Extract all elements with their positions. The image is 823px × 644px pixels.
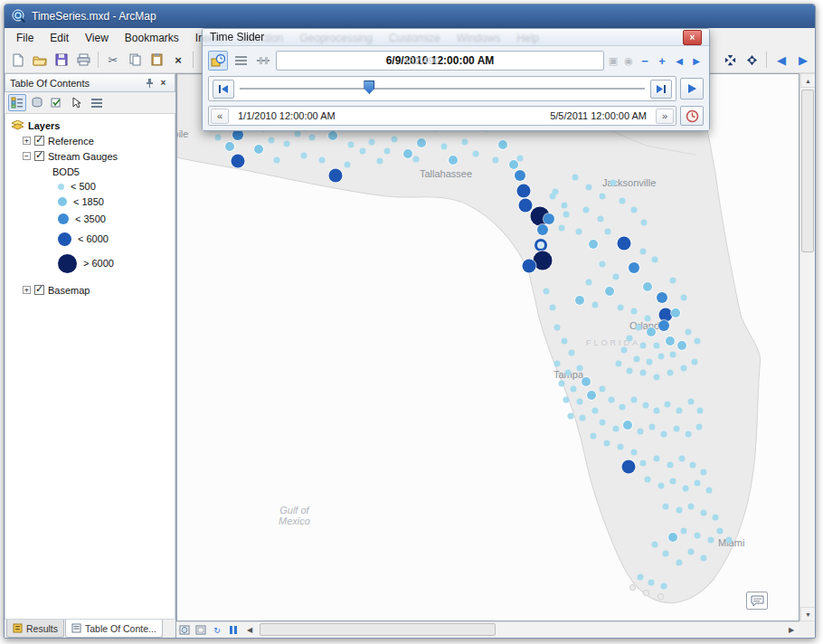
time-slider-thumb[interactable] — [364, 80, 374, 94]
time-slider-track[interactable] — [240, 80, 645, 98]
expand-icon[interactable] — [23, 137, 31, 145]
gauge-dot — [563, 212, 570, 218]
tab-table-of-contents[interactable]: Table Of Conte... — [65, 620, 163, 638]
current-time-field[interactable]: 452,490 6/9/2010 12:00:00 AM — [276, 51, 604, 71]
gauge-dot — [274, 157, 280, 164]
layer-field-label: BOD5 — [52, 164, 175, 179]
menu-file[interactable]: File — [8, 30, 42, 46]
gauge-dot — [640, 249, 647, 255]
time-zoom-in-icon[interactable]: + — [655, 54, 669, 68]
gauge-dot — [686, 329, 692, 336]
data-view-button[interactable] — [176, 622, 193, 638]
gauge-dot — [652, 257, 658, 263]
gauge-dot — [550, 194, 556, 200]
list-by-source-button[interactable] — [28, 94, 46, 111]
gauge-dot — [676, 408, 683, 414]
delete-icon[interactable]: × — [168, 50, 188, 70]
table-of-contents-panel: Table Of Contents × Layers Ref — [5, 73, 176, 638]
menu-edit[interactable]: Edit — [42, 30, 77, 46]
vertical-scroll-thumb[interactable] — [801, 90, 814, 252]
toolbar-separator — [193, 52, 194, 68]
time-options-button[interactable] — [231, 51, 251, 71]
fixed-zoom-out-icon[interactable] — [742, 50, 762, 70]
gauge-dot — [654, 456, 660, 462]
paste-button[interactable] — [147, 50, 166, 70]
time-step-left-icon[interactable]: ◀ — [672, 56, 686, 66]
go-back-extent-icon[interactable]: ◀ — [771, 50, 791, 70]
scroll-down-icon[interactable]: ▼ — [800, 607, 815, 621]
gauge-dot — [638, 429, 644, 435]
collapse-icon[interactable] — [23, 152, 31, 160]
vertical-scrollbar[interactable]: ▲ ▼ — [799, 73, 815, 621]
dialog-close-button[interactable]: × — [683, 30, 702, 45]
time-extent-clock-button[interactable] — [680, 106, 704, 126]
gauge-dot — [369, 139, 375, 146]
menu-bookmarks[interactable]: Bookmarks — [117, 30, 187, 46]
list-by-visibility-button[interactable] — [48, 94, 66, 111]
open-button[interactable] — [30, 50, 50, 70]
scroll-right-icon[interactable]: ▶ — [783, 622, 799, 638]
refresh-icon[interactable]: ↻ — [209, 622, 225, 638]
gauge-dot — [605, 287, 614, 296]
layer-checkbox[interactable] — [34, 151, 44, 161]
gauge-dot — [681, 365, 687, 372]
gauge-dot — [638, 574, 644, 581]
gauge-dot — [701, 510, 707, 516]
scroll-up-icon[interactable]: ▲ — [800, 73, 815, 88]
layer-checkbox[interactable] — [34, 136, 44, 146]
go-to-end-button[interactable] — [650, 80, 672, 99]
time-step-right-icon[interactable]: ▶ — [689, 56, 704, 66]
layer-checkbox[interactable] — [34, 285, 44, 295]
toc-toolbar — [5, 92, 175, 114]
shift-range-right-button[interactable]: » — [656, 109, 674, 124]
layer-stream-gauges[interactable]: Stream Gauges — [23, 148, 175, 164]
enable-time-button[interactable] — [208, 51, 228, 71]
layer-reference[interactable]: Reference — [23, 133, 175, 148]
tab-results[interactable]: Results — [6, 620, 64, 638]
layer-basemap[interactable]: Basemap — [23, 282, 175, 298]
time-slider-toolbar: 452,490 6/9/2010 12:00:00 AM ▣ ◉ − + ◀ ▶ — [208, 49, 704, 72]
gauge-dot — [295, 131, 301, 137]
map-viewport[interactable]: MobileTallahasseeJacksonvilleOrlandoTamp… — [176, 73, 799, 621]
scroll-left-icon[interactable]: ◀ — [241, 622, 258, 638]
gauge-dot — [600, 386, 606, 393]
pause-drawing-button[interactable] — [225, 622, 241, 638]
copy-button[interactable] — [125, 50, 145, 70]
layout-view-button[interactable] — [193, 622, 209, 638]
gauge-dot — [665, 402, 671, 408]
gauge-dot — [649, 424, 656, 431]
cut-icon[interactable]: ✂ — [103, 50, 123, 70]
expand-icon[interactable] — [23, 286, 31, 294]
titlebar[interactable]: TimeSeries.mxd - ArcMap — [5, 5, 815, 28]
close-icon[interactable]: × — [156, 76, 170, 90]
shift-range-left-button[interactable]: « — [211, 109, 229, 124]
go-to-start-button[interactable] — [213, 80, 234, 99]
gauge-dot — [462, 139, 468, 146]
list-by-drawing-order-button[interactable] — [8, 94, 26, 111]
tab-label: Results — [26, 623, 58, 634]
new-document-button[interactable] — [8, 50, 28, 70]
horizontal-scroll-thumb[interactable] — [260, 623, 496, 636]
gauge-dot — [643, 282, 652, 291]
horizontal-scrollbar[interactable] — [258, 622, 783, 638]
fixed-zoom-in-icon[interactable] — [720, 50, 740, 70]
pin-icon[interactable] — [143, 76, 156, 90]
gauge-dot — [600, 194, 606, 200]
overflow-annotation-button[interactable] — [746, 592, 768, 610]
time-window-button[interactable] — [253, 51, 273, 71]
gauge-dot — [679, 456, 686, 462]
list-by-selection-button[interactable] — [68, 94, 86, 111]
menu-view[interactable]: View — [77, 30, 117, 46]
gauge-dot — [676, 560, 683, 566]
time-zoom-out-icon[interactable]: − — [638, 54, 652, 68]
speech-bubble-icon — [751, 595, 764, 607]
save-button[interactable] — [52, 50, 71, 70]
print-button[interactable] — [73, 50, 93, 70]
time-slider-titlebar[interactable]: Time Slider × — [203, 29, 709, 46]
go-forward-extent-icon[interactable]: ▶ — [793, 50, 813, 70]
play-button[interactable] — [680, 78, 704, 99]
layers-root-item[interactable]: Layers — [11, 118, 175, 133]
gauge-dot — [618, 444, 624, 450]
toc-tab-icon — [71, 623, 81, 633]
toc-options-button[interactable] — [88, 94, 106, 111]
